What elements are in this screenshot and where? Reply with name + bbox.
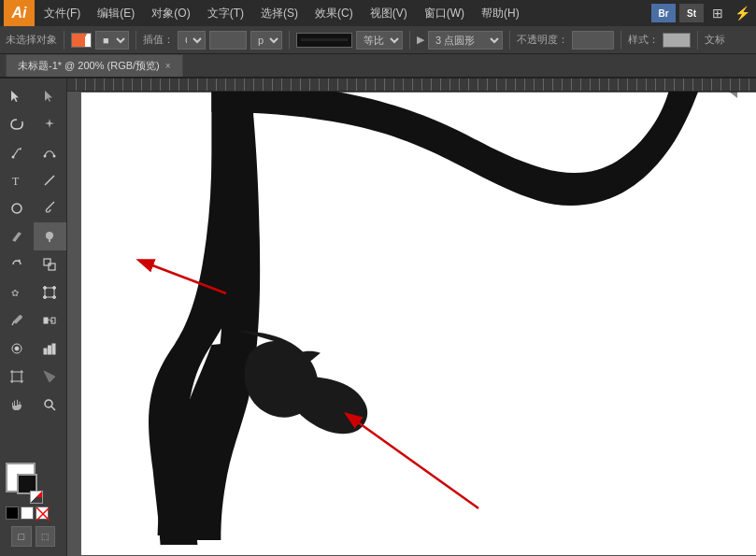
scale-tool[interactable]	[34, 250, 67, 278]
menu-bar: Ai 文件(F) 编辑(E) 对象(O) 文字(T) 选择(S) 效果(C) 视…	[0, 0, 756, 26]
tool-row-8: ✿	[0, 278, 66, 307]
rotate-tool[interactable]	[0, 250, 34, 278]
svg-rect-10	[49, 264, 55, 270]
tool-row-3	[0, 138, 66, 166]
lasso-tool[interactable]	[0, 110, 34, 138]
symbol-tool[interactable]	[0, 335, 34, 363]
tool-row-6	[0, 222, 66, 250]
properties-bar: 未选择对象 ■ 插值： C 7 pt pt 等比 ▶ 3 点圆形 不透明度： 1…	[0, 26, 756, 54]
main-area: T	[0, 78, 756, 556]
puppet-warp-tool[interactable]: ✿	[0, 278, 34, 307]
tool-row-10	[0, 335, 66, 363]
svg-line-17	[12, 321, 14, 325]
menu-select[interactable]: 选择(S)	[253, 0, 306, 26]
interp-unit-dropdown[interactable]: pt	[250, 31, 282, 50]
menu-edit[interactable]: 编辑(E)	[90, 0, 142, 26]
svg-rect-24	[52, 344, 55, 354]
blob-brush-tool[interactable]	[34, 222, 67, 250]
draw-inside-btn[interactable]: ⬚	[36, 526, 56, 547]
svg-rect-12	[45, 288, 54, 297]
white-swatch[interactable]	[21, 506, 34, 520]
canvas-area[interactable]	[67, 78, 756, 556]
curvature-tool[interactable]	[34, 138, 67, 166]
menu-effect[interactable]: 效果(C)	[307, 0, 361, 26]
tool-row-12	[0, 391, 66, 419]
divider3	[289, 31, 290, 50]
select-tool[interactable]	[0, 82, 34, 110]
svg-line-35	[51, 406, 55, 410]
menu-object[interactable]: 对象(O)	[144, 0, 197, 26]
svg-point-14	[53, 287, 56, 290]
stroke-color-swatch[interactable]	[71, 33, 92, 48]
workspace-icon[interactable]: ⊞	[707, 3, 728, 23]
type-tool[interactable]: T	[0, 166, 34, 194]
pen-tool[interactable]	[0, 138, 34, 166]
menu-type[interactable]: 文字(T)	[200, 0, 251, 26]
tool-row-4: T	[0, 166, 66, 194]
direct-select-tool[interactable]	[34, 82, 67, 110]
svg-line-6	[52, 202, 54, 204]
svg-point-21	[15, 347, 19, 350]
opacity-label: 不透明度：	[517, 33, 568, 47]
blend-tool[interactable]	[34, 307, 67, 335]
interp-type-dropdown[interactable]: C	[178, 31, 206, 50]
hand-tool[interactable]	[0, 391, 34, 419]
svg-rect-25	[12, 372, 21, 381]
line-tool[interactable]	[34, 166, 67, 194]
menu-view[interactable]: 视图(V)	[363, 0, 415, 26]
svg-point-1	[44, 155, 47, 158]
bridge-icon[interactable]: Br	[651, 4, 676, 22]
eyedropper-tool[interactable]	[0, 307, 34, 335]
svg-point-5	[12, 204, 21, 213]
toolbar-extra-icons: □ ⬚	[6, 522, 61, 550]
divider4	[409, 31, 410, 50]
stroke-preview[interactable]	[296, 33, 352, 48]
svg-line-4	[45, 176, 54, 185]
tab-title: 未标题-1* @ 200% (RGB/预览)	[18, 59, 160, 73]
style-swatch[interactable]	[663, 33, 691, 48]
interp-label: 插值：	[143, 33, 174, 47]
tool-row-2	[0, 110, 66, 138]
zoom-tool[interactable]	[34, 391, 67, 419]
pencil-tool[interactable]	[0, 222, 34, 250]
divider1	[64, 31, 64, 50]
divider5	[509, 31, 510, 50]
slice-tool[interactable]	[34, 363, 67, 391]
interp-value-input[interactable]: 7 pt	[209, 31, 247, 50]
svg-point-16	[53, 296, 56, 299]
tab-bar: 未标题-1* @ 200% (RGB/预览) ×	[0, 54, 756, 78]
paintbrush-tool[interactable]	[34, 194, 67, 222]
fill-type-dropdown[interactable]: ■	[95, 31, 129, 50]
red-cross-swatch[interactable]	[36, 506, 49, 520]
drawing-canvas	[67, 78, 756, 556]
artboard-tool[interactable]	[0, 363, 34, 391]
point-shape-dropdown[interactable]: 3 点圆形	[428, 31, 503, 50]
sync-icon[interactable]: ⚡	[732, 3, 752, 23]
tool-row-7	[0, 250, 66, 278]
filename-label: 文标	[705, 33, 725, 47]
none-indicator[interactable]	[30, 491, 43, 504]
divider6	[620, 31, 621, 50]
stroke-type-dropdown[interactable]: 等比	[356, 31, 403, 50]
tool-row-11	[0, 363, 66, 391]
fill-stroke-squares[interactable]	[6, 463, 47, 504]
black-swatch[interactable]	[6, 506, 19, 520]
ruler-marks-h	[67, 78, 756, 91]
ellipse-tool[interactable]	[0, 194, 34, 222]
stock-icon[interactable]: St	[679, 4, 704, 22]
stroke-line-display	[301, 38, 348, 41]
svg-rect-19	[51, 318, 55, 323]
opacity-input[interactable]: 100%	[572, 31, 614, 50]
free-transform-tool[interactable]	[34, 278, 67, 307]
normal-mode-btn[interactable]: □	[11, 526, 32, 547]
tool-row-1	[0, 82, 66, 110]
menu-right-icons: Br St ⊞ ⚡	[651, 3, 752, 23]
menu-file[interactable]: 文件(F)	[36, 0, 88, 26]
magic-wand-tool[interactable]	[34, 110, 67, 138]
graph-tool[interactable]	[34, 335, 67, 363]
menu-window[interactable]: 窗口(W)	[417, 0, 472, 26]
tab-close-button[interactable]: ×	[165, 61, 171, 71]
menu-help[interactable]: 帮助(H)	[474, 0, 527, 26]
document-tab[interactable]: 未标题-1* @ 200% (RGB/预览) ×	[6, 54, 183, 77]
svg-point-15	[44, 296, 47, 299]
